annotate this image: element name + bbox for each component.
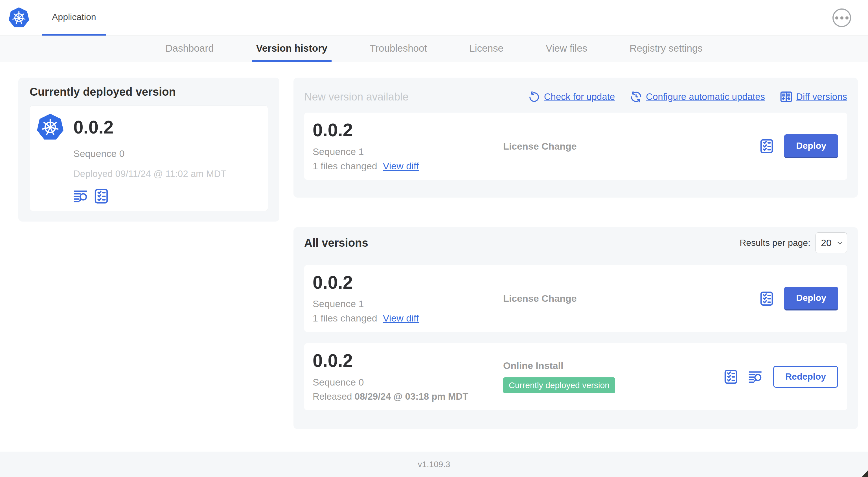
- version-source: License Change: [503, 293, 577, 304]
- currently-deployed-badge: Currently deployed version: [503, 377, 615, 393]
- ellipsis-menu-icon[interactable]: [832, 8, 851, 27]
- version-source: License Change: [503, 141, 577, 152]
- app-title: Application: [52, 12, 96, 22]
- version-row: 0.0.2 Sequence 0 Released 08/29/24 @ 03:…: [304, 343, 847, 410]
- tab-license[interactable]: License: [465, 36, 508, 62]
- configure-automatic-updates-link[interactable]: Configure automatic updates: [630, 91, 765, 103]
- files-changed-label: 1 files changed: [313, 160, 377, 172]
- released-timestamp: Released 08/29/24 @ 03:18 pm MDT: [313, 391, 468, 402]
- redeploy-button[interactable]: Redeploy: [773, 366, 838, 388]
- deployed-sequence: Sequence 0: [73, 148, 256, 159]
- tab-view-files[interactable]: View files: [541, 36, 591, 62]
- deploy-button[interactable]: Deploy: [784, 287, 838, 310]
- files-changed-label: 1 files changed: [313, 313, 377, 324]
- view-diff-link[interactable]: View diff: [383, 313, 419, 324]
- deployed-version-number: 0.0.2: [73, 117, 114, 138]
- kubernetes-logo-icon: [37, 114, 64, 141]
- all-versions-title: All versions: [304, 237, 368, 249]
- version-number: 0.0.2: [313, 273, 419, 292]
- app-title-tab[interactable]: Application: [42, 0, 106, 35]
- release-notes-icon[interactable]: [73, 188, 89, 204]
- clock-refresh-icon: [630, 91, 642, 103]
- tab-dashboard[interactable]: Dashboard: [161, 36, 218, 62]
- deployed-timestamp: Deployed 09/11/24 @ 11:02 am MDT: [73, 169, 256, 179]
- footer: v1.109.3: [0, 452, 868, 477]
- version-sequence: Sequence 0: [313, 377, 468, 388]
- release-notes-icon[interactable]: [748, 369, 763, 384]
- currently-deployed-section: Currently deployed version 0.0.2 Sequenc…: [18, 78, 279, 221]
- preflight-checks-icon[interactable]: [94, 188, 109, 204]
- version-number: 0.0.2: [313, 121, 419, 140]
- version-number: 0.0.2: [313, 351, 468, 370]
- top-bar: Application: [0, 0, 868, 36]
- kubernetes-logo-icon: [8, 7, 29, 28]
- version-sequence: Sequence 1: [313, 298, 419, 309]
- new-version-card: 0.0.2 Sequence 1 1 files changed View di…: [304, 113, 847, 180]
- new-version-title: New version available: [304, 91, 409, 103]
- results-per-page-label: Results per page:: [740, 238, 810, 248]
- tab-troubleshoot[interactable]: Troubleshoot: [365, 36, 431, 62]
- preflight-checks-icon[interactable]: [760, 139, 774, 153]
- currently-deployed-card: 0.0.2 Sequence 0 Deployed 09/11/24 @ 11:…: [30, 106, 268, 211]
- preflight-checks-icon[interactable]: [723, 369, 738, 384]
- tab-version-history[interactable]: Version history: [252, 36, 332, 62]
- version-source: Online Install: [503, 360, 563, 371]
- app-nav-tabs: Dashboard Version history Troubleshoot L…: [0, 36, 868, 62]
- currently-deployed-title: Currently deployed version: [30, 86, 268, 98]
- refresh-icon: [528, 91, 540, 103]
- version-sequence: Sequence 1: [313, 146, 419, 157]
- diff-versions-link[interactable]: Diff versions: [780, 91, 847, 103]
- new-version-section: New version available Check for update C…: [293, 78, 858, 198]
- admin-console-version: v1.109.3: [417, 459, 450, 469]
- tab-registry-settings[interactable]: Registry settings: [625, 36, 707, 62]
- results-per-page-select[interactable]: 20: [815, 232, 847, 253]
- view-diff-link[interactable]: View diff: [383, 160, 419, 172]
- all-versions-section: All versions Results per page: 20 0.0.2 …: [293, 227, 858, 429]
- results-per-page-select-wrap: 20: [815, 232, 847, 253]
- split-diff-icon: [780, 91, 792, 103]
- version-row: 0.0.2 Sequence 1 1 files changed View di…: [304, 265, 847, 332]
- deploy-button[interactable]: Deploy: [784, 135, 838, 158]
- preflight-checks-icon[interactable]: [760, 291, 774, 306]
- check-for-update-link[interactable]: Check for update: [528, 91, 615, 103]
